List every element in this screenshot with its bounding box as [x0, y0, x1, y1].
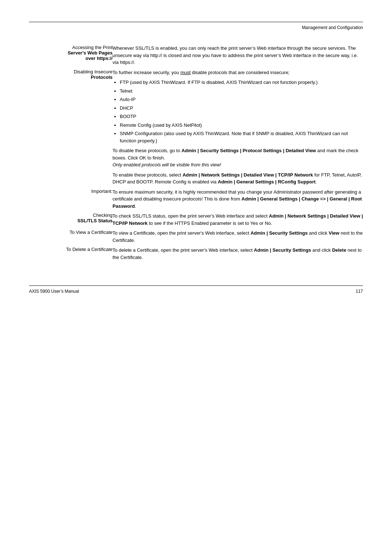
label-view-certificate-text: To View a Certificate: [70, 230, 113, 235]
body-delete-certificate: To delete a Certificate, open the print …: [113, 247, 363, 264]
body-checking-ssl: To check SSL/TLS status, open the print …: [113, 212, 363, 230]
label-disabling-text: Disabling InsecureProtocols: [74, 69, 113, 80]
list-item: Remote Config (used by AXIS NetPilot): [120, 122, 363, 129]
body-delete-certificate-text: To delete a Certificate, open the print …: [113, 247, 363, 261]
label-important: Important:: [29, 189, 113, 213]
section-delete-certificate: To Delete a Certificate To delete a Cert…: [29, 247, 363, 264]
body-view-certificate-text: To view a Certificate, open the print se…: [113, 230, 363, 244]
body-checking-ssl-text: To check SSL/TLS status, open the print …: [113, 212, 363, 227]
list-item: Auto-IP: [120, 96, 363, 103]
footer: AXIS 5900 User’s Manual 117: [29, 285, 363, 294]
label-delete-certificate: To Delete a Certificate: [29, 247, 113, 264]
page: Management and Configuration Accessing t…: [0, 0, 392, 555]
body-accessing-text: Whenever SSL/TLS is enabled, you can onl…: [113, 45, 363, 66]
body-view-certificate: To view a Certificate, open the print se…: [113, 230, 363, 247]
label-accessing-text: Accessing the PrintServer's Web Pagesove…: [68, 45, 113, 61]
list-item: FTP (used by AXIS ThinWizard. If FTP is …: [120, 79, 363, 86]
label-checking-ssl-text: CheckingSSL/TLS Status: [77, 212, 113, 223]
body-disabling-intro: To further increase security, you must d…: [113, 69, 363, 76]
label-disabling: Disabling InsecureProtocols: [29, 69, 113, 189]
label-view-certificate: To View a Certificate: [29, 230, 113, 247]
label-important-text: Important:: [91, 189, 113, 194]
footer-left: AXIS 5900 User’s Manual: [29, 289, 79, 294]
label-delete-certificate-text: To Delete a Certificate: [66, 247, 113, 252]
list-item: Telnet: [120, 88, 363, 95]
list-item: BOOTP: [120, 113, 363, 120]
content-table: Accessing the PrintServer's Web Pagesove…: [29, 45, 363, 264]
list-item: DHCP: [120, 105, 363, 112]
label-checking-ssl: CheckingSSL/TLS Status: [29, 212, 113, 230]
section-disabling-protocols: Disabling InsecureProtocols To further i…: [29, 69, 363, 189]
section-important: Important: To ensure maximum security, i…: [29, 189, 363, 213]
list-item: SNMP Configuration (also used by AXIS Th…: [120, 130, 363, 144]
footer-right: 117: [356, 289, 363, 294]
body-important: To ensure maximum security, it is highly…: [113, 189, 363, 213]
header-title: Management and Configuration: [29, 25, 363, 30]
body-accessing: Whenever SSL/TLS is enabled, you can onl…: [113, 45, 363, 69]
section-view-certificate: To View a Certificate To view a Certific…: [29, 230, 363, 247]
section-accessing-print-server: Accessing the PrintServer's Web Pagesove…: [29, 45, 363, 69]
body-disable-para1: To disable these protocols, go to Admin …: [113, 147, 363, 169]
body-disabling: To further increase security, you must d…: [113, 69, 363, 189]
protocol-list: FTP (used by AXIS ThinWizard. If FTP is …: [120, 79, 363, 144]
header-line: [29, 22, 363, 22]
section-checking-ssl: CheckingSSL/TLS Status To check SSL/TLS …: [29, 212, 363, 230]
body-important-text: To ensure maximum security, it is highly…: [113, 189, 363, 210]
body-enable-para2: To enable these protocols, select Admin …: [113, 171, 363, 186]
label-accessing: Accessing the PrintServer's Web Pagesove…: [29, 45, 113, 69]
